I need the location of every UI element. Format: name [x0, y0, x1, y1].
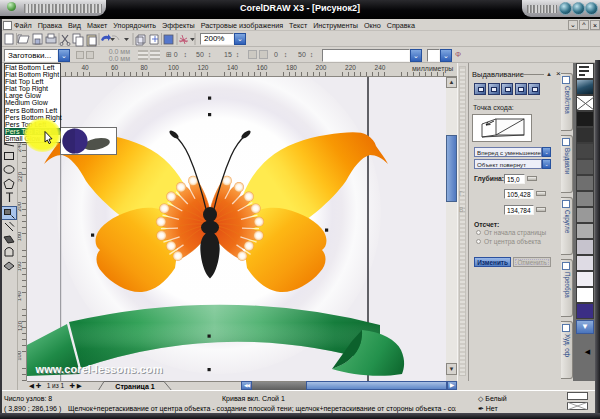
- svg-text:220: 220: [18, 171, 23, 182]
- svg-text:100: 100: [18, 350, 23, 361]
- svg-text:140: 140: [18, 291, 23, 302]
- svg-text:200: 200: [18, 201, 23, 212]
- svg-text:160: 160: [18, 261, 23, 272]
- svg-text:240: 240: [18, 142, 23, 153]
- svg-text:120: 120: [18, 320, 23, 331]
- svg-text:180: 180: [18, 231, 23, 242]
- svg-text:www.corel-lessons.com: www.corel-lessons.com: [35, 363, 163, 375]
